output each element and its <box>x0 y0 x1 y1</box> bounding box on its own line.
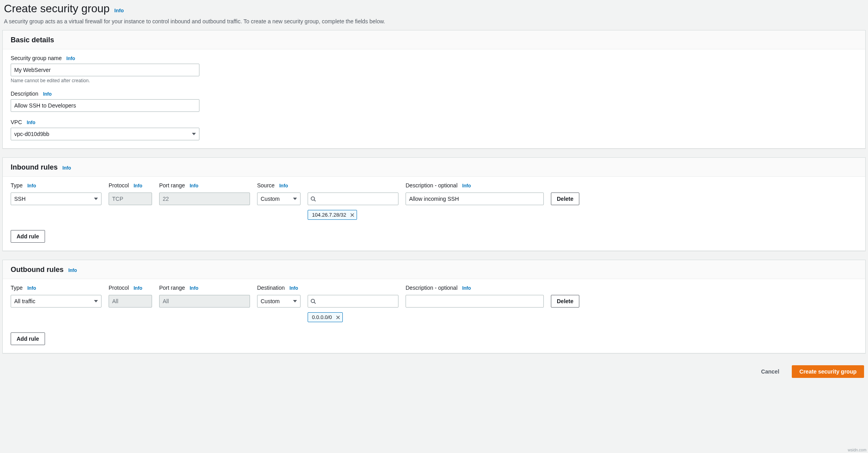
inbound-source-mode-select[interactable]: Custom <box>257 193 301 205</box>
svg-line-5 <box>314 302 316 304</box>
inbound-delete-button[interactable]: Delete <box>551 193 579 205</box>
outbound-type-info-link[interactable]: Info <box>27 285 36 291</box>
sg-name-label-text: Security group name <box>11 55 62 61</box>
inbound-type-select[interactable]: SSH <box>11 193 101 205</box>
outbound-protocol-info-link[interactable]: Info <box>133 285 142 291</box>
inbound-port-header: Port range <box>159 182 185 189</box>
inbound-protocol-info-link[interactable]: Info <box>133 183 142 189</box>
inbound-source-header: Source <box>257 182 274 189</box>
outbound-protocol-value: All <box>109 295 152 308</box>
chevron-down-icon <box>94 300 98 302</box>
inbound-panel-title: Inbound rules <box>11 163 58 172</box>
close-icon <box>350 213 354 217</box>
inbound-source-info-link[interactable]: Info <box>279 183 288 189</box>
sg-name-label: Security group name Info <box>11 55 857 61</box>
inbound-protocol-header: Protocol <box>109 182 129 189</box>
inbound-source-chip-remove[interactable] <box>350 213 354 217</box>
outbound-desc-input[interactable] <box>406 295 544 308</box>
page-title: Create security group <box>4 2 110 15</box>
outbound-info-link[interactable]: Info <box>68 268 77 273</box>
outbound-dest-chip: 0.0.0.0/0 <box>308 312 343 322</box>
outbound-rules-panel: Outbound rules Info Type Info All traffi… <box>2 260 866 353</box>
outbound-dest-header: Destination <box>257 285 285 291</box>
basic-details-panel: Basic details Security group name Info N… <box>2 30 866 149</box>
sg-desc-label-text: Description <box>11 91 38 97</box>
inbound-port-value: 22 <box>159 193 250 205</box>
inbound-source-search-input[interactable] <box>318 193 396 204</box>
inbound-port-info-link[interactable]: Info <box>190 183 198 189</box>
page-subtitle: A security group acts as a virtual firew… <box>4 18 864 25</box>
sg-desc-label: Description Info <box>11 91 857 97</box>
inbound-source-chip-text: 104.26.7.28/32 <box>312 212 346 218</box>
vpc-selected-value: vpc-d010d9bb <box>14 131 49 137</box>
vpc-select[interactable]: vpc-d010d9bb <box>11 128 199 140</box>
outbound-add-rule-button[interactable]: Add rule <box>11 332 45 345</box>
inbound-type-info-link[interactable]: Info <box>27 183 36 189</box>
outbound-port-value: All <box>159 295 250 308</box>
cancel-button[interactable]: Cancel <box>754 365 786 378</box>
sg-name-input[interactable] <box>11 64 199 76</box>
outbound-type-select[interactable]: All traffic <box>11 295 101 308</box>
outbound-panel-title: Outbound rules <box>11 266 64 274</box>
inbound-type-header: Type <box>11 182 23 189</box>
inbound-source-chip: 104.26.7.28/32 <box>308 210 357 220</box>
vpc-info-link[interactable]: Info <box>27 120 36 125</box>
chevron-down-icon <box>192 133 196 135</box>
sg-name-hint: Name cannot be edited after creation. <box>11 78 857 83</box>
chevron-down-icon <box>94 198 98 200</box>
page-info-link[interactable]: Info <box>115 8 124 13</box>
outbound-port-header: Port range <box>159 285 185 291</box>
sg-desc-input[interactable] <box>11 99 199 112</box>
inbound-type-value: SSH <box>14 196 26 202</box>
chevron-down-icon <box>293 300 297 302</box>
inbound-rule-row: Type Info SSH Protocol Info TCP Por <box>11 182 857 220</box>
inbound-info-link[interactable]: Info <box>62 165 71 171</box>
svg-point-0 <box>311 197 315 200</box>
outbound-dest-mode-select[interactable]: Custom <box>257 295 301 308</box>
svg-point-4 <box>311 299 315 303</box>
inbound-source-search[interactable] <box>308 193 398 205</box>
outbound-rule-row: Type Info All traffic Protocol Info All <box>11 285 857 322</box>
inbound-source-mode-value: Custom <box>261 196 280 202</box>
outbound-dest-chip-text: 0.0.0.0/0 <box>312 314 332 320</box>
svg-line-1 <box>314 200 316 202</box>
vpc-label: VPC Info <box>11 119 857 125</box>
inbound-desc-info-link[interactable]: Info <box>462 183 471 189</box>
basic-details-title: Basic details <box>11 36 54 44</box>
sg-name-info-link[interactable]: Info <box>66 56 75 61</box>
close-icon <box>336 315 340 319</box>
outbound-dest-mode-value: Custom <box>261 298 280 304</box>
outbound-protocol-header: Protocol <box>109 285 129 291</box>
outbound-dest-chip-remove[interactable] <box>336 315 340 319</box>
outbound-desc-info-link[interactable]: Info <box>462 285 471 291</box>
chevron-down-icon <box>293 198 297 200</box>
outbound-dest-info-link[interactable]: Info <box>289 285 298 291</box>
outbound-port-info-link[interactable]: Info <box>190 285 198 291</box>
vpc-label-text: VPC <box>11 119 22 125</box>
sg-desc-info-link[interactable]: Info <box>43 91 52 97</box>
outbound-type-header: Type <box>11 285 23 291</box>
inbound-add-rule-button[interactable]: Add rule <box>11 230 45 243</box>
inbound-desc-input[interactable] <box>406 193 544 205</box>
search-icon <box>310 196 316 202</box>
outbound-dest-search-input[interactable] <box>318 296 396 307</box>
inbound-desc-header: Description - optional <box>406 182 458 189</box>
outbound-delete-button[interactable]: Delete <box>551 295 579 308</box>
outbound-dest-search[interactable] <box>308 295 398 308</box>
inbound-rules-panel: Inbound rules Info Type Info SSH Protoco… <box>2 157 866 251</box>
search-icon <box>310 298 316 304</box>
create-security-group-button[interactable]: Create security group <box>792 365 864 378</box>
inbound-protocol-value: TCP <box>109 193 152 205</box>
outbound-desc-header: Description - optional <box>406 285 458 291</box>
outbound-type-value: All traffic <box>14 298 35 304</box>
